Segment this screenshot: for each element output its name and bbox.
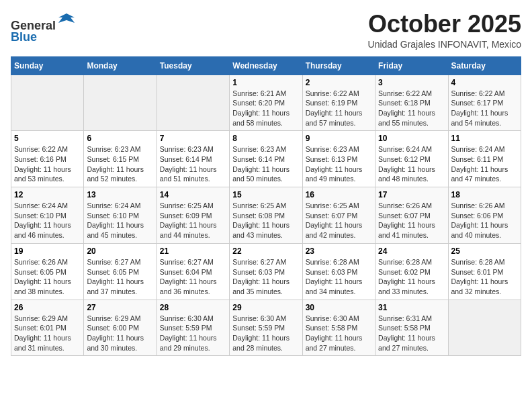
day-info: Sunrise: 6:26 AMSunset: 6:05 PMDaylight:… — [14, 257, 81, 297]
title-block: October 2025 Unidad Grajales INFONAVIT, … — [368, 11, 521, 50]
day-number: 5 — [14, 134, 81, 143]
day-number: 11 — [451, 134, 518, 143]
calendar-cell: 20Sunrise: 6:27 AMSunset: 6:05 PMDayligh… — [84, 243, 157, 300]
day-info: Sunrise: 6:22 AMSunset: 6:16 PMDaylight:… — [14, 144, 81, 184]
day-number: 22 — [232, 246, 299, 256]
day-number: 18 — [451, 190, 518, 199]
day-number: 13 — [87, 190, 153, 199]
calendar-cell: 15Sunrise: 6:25 AMSunset: 6:08 PMDayligh… — [230, 187, 302, 244]
day-info: Sunrise: 6:27 AMSunset: 6:05 PMDaylight:… — [87, 257, 153, 297]
calendar-cell: 1Sunrise: 6:21 AMSunset: 6:20 PMDaylight… — [230, 75, 302, 131]
day-info: Sunrise: 6:24 AMSunset: 6:10 PMDaylight:… — [14, 201, 81, 240]
day-number: 26 — [14, 303, 81, 312]
day-info: Sunrise: 6:24 AMSunset: 6:11 PMDaylight:… — [451, 144, 518, 184]
calendar-cell — [448, 300, 521, 356]
day-number: 23 — [306, 246, 372, 256]
day-info: Sunrise: 6:25 AMSunset: 6:09 PMDaylight:… — [160, 201, 226, 240]
day-info: Sunrise: 6:30 AMSunset: 5:59 PMDaylight:… — [160, 314, 226, 353]
calendar-cell — [84, 75, 157, 131]
day-info: Sunrise: 6:28 AMSunset: 6:02 PMDaylight:… — [378, 257, 445, 297]
weekday-header-wednesday: Wednesday — [230, 56, 302, 75]
calendar-table: SundayMondayTuesdayWednesdayThursdayFrid… — [11, 56, 521, 357]
day-number: 27 — [87, 303, 153, 312]
calendar-cell: 24Sunrise: 6:28 AMSunset: 6:02 PMDayligh… — [375, 243, 448, 300]
calendar-cell: 5Sunrise: 6:22 AMSunset: 6:16 PMDaylight… — [11, 131, 84, 187]
calendar-cell: 31Sunrise: 6:31 AMSunset: 5:58 PMDayligh… — [375, 300, 448, 356]
day-info: Sunrise: 6:25 AMSunset: 6:07 PMDaylight:… — [306, 201, 372, 240]
day-number: 7 — [160, 134, 226, 143]
day-info: Sunrise: 6:24 AMSunset: 6:12 PMDaylight:… — [378, 144, 445, 184]
day-info: Sunrise: 6:28 AMSunset: 6:01 PMDaylight:… — [451, 257, 518, 297]
day-number: 6 — [87, 134, 153, 143]
day-info: Sunrise: 6:28 AMSunset: 6:03 PMDaylight:… — [306, 257, 372, 297]
calendar-cell: 23Sunrise: 6:28 AMSunset: 6:03 PMDayligh… — [302, 243, 375, 300]
day-number: 12 — [14, 190, 81, 199]
weekday-header-sunday: Sunday — [11, 56, 84, 75]
calendar-cell: 29Sunrise: 6:30 AMSunset: 5:59 PMDayligh… — [230, 300, 302, 356]
day-info: Sunrise: 6:27 AMSunset: 6:04 PMDaylight:… — [160, 257, 226, 297]
calendar-cell: 18Sunrise: 6:26 AMSunset: 6:06 PMDayligh… — [448, 187, 521, 244]
day-info: Sunrise: 6:24 AMSunset: 6:10 PMDaylight:… — [87, 201, 153, 240]
day-number: 24 — [378, 246, 445, 256]
month-title: October 2025 — [368, 11, 521, 38]
day-info: Sunrise: 6:29 AMSunset: 6:01 PMDaylight:… — [14, 314, 81, 353]
calendar-cell: 16Sunrise: 6:25 AMSunset: 6:07 PMDayligh… — [302, 187, 375, 244]
calendar-cell: 12Sunrise: 6:24 AMSunset: 6:10 PMDayligh… — [11, 187, 84, 244]
day-number: 3 — [378, 78, 445, 87]
calendar-cell: 11Sunrise: 6:24 AMSunset: 6:11 PMDayligh… — [448, 131, 521, 187]
calendar-cell: 3Sunrise: 6:22 AMSunset: 6:18 PMDaylight… — [375, 75, 448, 131]
weekday-header-saturday: Saturday — [448, 56, 521, 75]
calendar-cell: 17Sunrise: 6:26 AMSunset: 6:07 PMDayligh… — [375, 187, 448, 244]
day-info: Sunrise: 6:22 AMSunset: 6:18 PMDaylight:… — [378, 89, 445, 128]
calendar-cell: 4Sunrise: 6:22 AMSunset: 6:17 PMDaylight… — [448, 75, 521, 131]
weekday-header-monday: Monday — [84, 56, 157, 75]
weekday-header-thursday: Thursday — [302, 56, 375, 75]
weekday-header-row: SundayMondayTuesdayWednesdayThursdayFrid… — [11, 56, 521, 75]
calendar-cell: 2Sunrise: 6:22 AMSunset: 6:19 PMDaylight… — [302, 75, 375, 131]
day-number: 31 — [378, 303, 445, 312]
day-info: Sunrise: 6:29 AMSunset: 6:00 PMDaylight:… — [87, 314, 153, 353]
calendar-cell: 7Sunrise: 6:23 AMSunset: 6:14 PMDaylight… — [157, 131, 229, 187]
day-info: Sunrise: 6:31 AMSunset: 5:58 PMDaylight:… — [378, 314, 445, 353]
calendar-week-1: 1Sunrise: 6:21 AMSunset: 6:20 PMDaylight… — [11, 75, 521, 131]
day-number: 15 — [232, 190, 299, 199]
calendar-cell: 14Sunrise: 6:25 AMSunset: 6:09 PMDayligh… — [157, 187, 229, 244]
day-number: 29 — [232, 303, 299, 312]
day-number: 20 — [87, 246, 153, 256]
calendar-cell: 22Sunrise: 6:27 AMSunset: 6:03 PMDayligh… — [230, 243, 302, 300]
svg-marker-0 — [58, 13, 75, 23]
calendar-week-4: 19Sunrise: 6:26 AMSunset: 6:05 PMDayligh… — [11, 243, 521, 300]
weekday-header-tuesday: Tuesday — [157, 56, 229, 75]
page-header: General Blue October 2025 Unidad Grajale… — [11, 11, 521, 50]
calendar-week-2: 5Sunrise: 6:22 AMSunset: 6:16 PMDaylight… — [11, 131, 521, 187]
calendar-cell — [11, 75, 84, 131]
day-number: 28 — [160, 303, 226, 312]
day-info: Sunrise: 6:23 AMSunset: 6:14 PMDaylight:… — [160, 144, 226, 184]
day-number: 19 — [14, 246, 81, 256]
day-number: 10 — [378, 134, 445, 143]
calendar-cell: 10Sunrise: 6:24 AMSunset: 6:12 PMDayligh… — [375, 131, 448, 187]
calendar-cell: 30Sunrise: 6:30 AMSunset: 5:58 PMDayligh… — [302, 300, 375, 356]
calendar-cell: 9Sunrise: 6:23 AMSunset: 6:13 PMDaylight… — [302, 131, 375, 187]
day-number: 25 — [451, 246, 518, 256]
day-info: Sunrise: 6:23 AMSunset: 6:15 PMDaylight:… — [87, 144, 153, 184]
day-number: 4 — [451, 78, 518, 87]
day-number: 9 — [306, 134, 372, 143]
day-number: 21 — [160, 246, 226, 256]
day-number: 14 — [160, 190, 226, 199]
calendar-cell: 8Sunrise: 6:23 AMSunset: 6:14 PMDaylight… — [230, 131, 302, 187]
calendar-week-3: 12Sunrise: 6:24 AMSunset: 6:10 PMDayligh… — [11, 187, 521, 244]
logo-blue-text: Blue — [11, 30, 37, 44]
calendar-cell: 26Sunrise: 6:29 AMSunset: 6:01 PMDayligh… — [11, 300, 84, 356]
day-number: 2 — [306, 78, 372, 87]
day-info: Sunrise: 6:26 AMSunset: 6:06 PMDaylight:… — [451, 201, 518, 240]
location-title: Unidad Grajales INFONAVIT, Mexico — [368, 39, 521, 50]
weekday-header-friday: Friday — [375, 56, 448, 75]
day-info: Sunrise: 6:30 AMSunset: 5:59 PMDaylight:… — [232, 314, 299, 353]
day-info: Sunrise: 6:23 AMSunset: 6:13 PMDaylight:… — [306, 144, 372, 184]
day-info: Sunrise: 6:22 AMSunset: 6:17 PMDaylight:… — [451, 89, 518, 128]
calendar-cell — [157, 75, 229, 131]
day-number: 1 — [232, 78, 299, 87]
day-info: Sunrise: 6:26 AMSunset: 6:07 PMDaylight:… — [378, 201, 445, 240]
day-info: Sunrise: 6:21 AMSunset: 6:20 PMDaylight:… — [232, 89, 299, 128]
